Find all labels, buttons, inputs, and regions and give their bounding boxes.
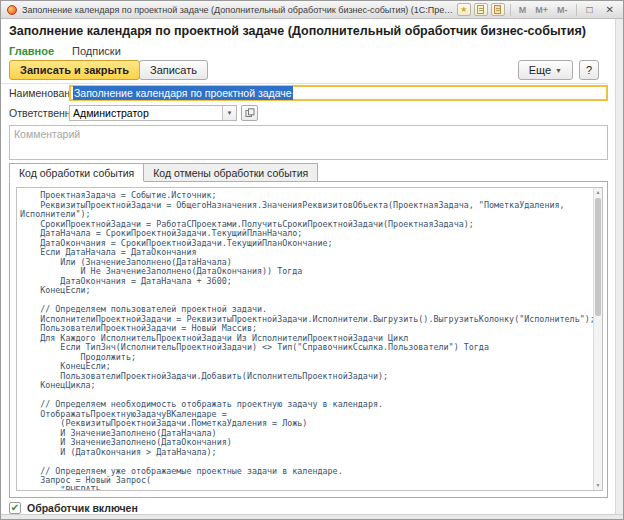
responsible-open-button[interactable]: [241, 105, 258, 121]
save-and-close-button[interactable]: Записать и закрыть: [9, 60, 140, 80]
link-icon: [477, 5, 484, 14]
titlebar-controls: ★ M M+ M- □ ✕: [457, 3, 619, 16]
comment-input[interactable]: [9, 125, 608, 160]
chevron-down-icon: ▼: [555, 67, 562, 74]
memory-m-plus-button[interactable]: M+: [532, 5, 551, 15]
tab-cancel-handler-code[interactable]: Код отмены обработки события: [144, 163, 318, 182]
favorites-star-button[interactable]: ★: [457, 3, 471, 16]
responsible-dropdown-button[interactable]: ▼: [222, 106, 236, 120]
more-button[interactable]: Еще ▼: [518, 60, 573, 80]
history-icon: [494, 5, 501, 14]
window-bottom-frame: [1, 514, 623, 519]
responsible-input[interactable]: Администратор ▼: [69, 105, 237, 121]
maximize-button[interactable]: □: [582, 4, 598, 15]
handler-enabled-row: ✔ Обработчик включен: [9, 502, 138, 514]
help-button[interactable]: ?: [579, 60, 599, 80]
app-logo-icon: [7, 5, 17, 15]
name-input-selected-text: Заполнение календаря по проектной задаче: [73, 86, 293, 100]
close-button[interactable]: ✕: [601, 4, 619, 15]
app-window: Заполнение календаря по проектной задаче…: [0, 0, 624, 520]
history-button[interactable]: [491, 3, 505, 16]
code-panel: ПроектнаяЗадача = Событие.Источник; Рекв…: [9, 181, 608, 498]
get-link-button[interactable]: [474, 3, 488, 16]
name-input[interactable]: Заполнение календаря по проектной задаче: [69, 85, 608, 101]
code-editor[interactable]: ПроектнаяЗадача = Событие.Источник; Рекв…: [16, 187, 603, 491]
memory-m-button[interactable]: M: [516, 5, 530, 15]
titlebar-separator: [576, 4, 577, 16]
form-scroll-strip[interactable]: [615, 19, 623, 519]
open-link-icon: [245, 108, 255, 118]
chevron-down-icon: ▼: [227, 106, 233, 120]
code-tabs: Код обработки события Код отмены обработ…: [9, 163, 318, 182]
code-text[interactable]: ПроектнаяЗадача = Событие.Источник; Рекв…: [17, 188, 593, 490]
tab-main[interactable]: Главное: [9, 45, 54, 57]
star-icon: ★: [460, 6, 467, 14]
window-title: Заполнение календаря по проектной задаче…: [22, 5, 457, 15]
handler-enabled-label: Обработчик включен: [27, 502, 138, 514]
save-button[interactable]: Записать: [139, 60, 208, 80]
titlebar: Заполнение календаря по проектной задаче…: [1, 1, 623, 19]
nav-tabs: Главное Подписки: [9, 45, 121, 57]
scrollbar-thumb[interactable]: [595, 198, 601, 316]
scroll-up-icon[interactable]: ▲: [594, 188, 602, 197]
responsible-value: Администратор: [70, 106, 222, 120]
scroll-down-icon[interactable]: ▼: [594, 481, 602, 490]
more-button-label: Еще: [529, 64, 551, 76]
handler-enabled-checkbox[interactable]: ✔: [9, 502, 21, 514]
check-icon: ✔: [11, 503, 19, 513]
code-scrollbar[interactable]: ▲ ▼: [593, 188, 602, 490]
titlebar-separator: [510, 4, 511, 16]
memory-m-minus-button[interactable]: M-: [554, 5, 571, 15]
tab-subscriptions[interactable]: Подписки: [72, 45, 121, 57]
page-title: Заполнение календаря по проектной задаче…: [9, 24, 586, 38]
command-bar: Записать и закрыть Записать Еще ▼ ?: [1, 58, 608, 84]
tab-event-handler-code[interactable]: Код обработки события: [9, 163, 144, 182]
